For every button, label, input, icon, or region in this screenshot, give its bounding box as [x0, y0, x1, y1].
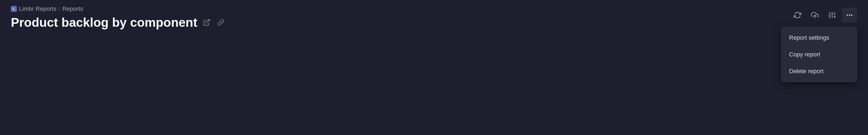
- page-title: Product backlog by component: [11, 15, 197, 30]
- header: L Limbr Reports / Reports Product backlo…: [0, 0, 868, 35]
- external-link-icon[interactable]: [202, 17, 212, 27]
- breadcrumb-org-label: Limbr Reports: [19, 5, 56, 12]
- link-icon[interactable]: [216, 17, 226, 27]
- breadcrumb-separator: /: [59, 6, 60, 12]
- breadcrumb: L Limbr Reports / Reports: [11, 5, 857, 12]
- more-dots-icon: [846, 11, 854, 19]
- menu-item-copy-report[interactable]: Copy report: [781, 46, 857, 63]
- svg-point-11: [847, 14, 848, 16]
- svg-point-13: [851, 14, 852, 16]
- breadcrumb-org[interactable]: L Limbr Reports: [11, 5, 56, 12]
- svg-point-12: [849, 14, 850, 16]
- dropdown-menu: Report settings Copy report Delete repor…: [781, 27, 857, 82]
- more-button[interactable]: [842, 8, 857, 23]
- sliders-icon: [828, 11, 836, 19]
- refresh-icon: [794, 11, 801, 19]
- menu-item-delete-report[interactable]: Delete report: [781, 63, 857, 80]
- toolbar: [790, 8, 857, 23]
- upload-icon: [811, 11, 818, 19]
- menu-item-report-settings[interactable]: Report settings: [781, 30, 857, 46]
- breadcrumb-section-label: Reports: [62, 5, 83, 12]
- refresh-button[interactable]: [790, 8, 805, 23]
- page-title-row: Product backlog by component: [11, 15, 857, 30]
- settings-button[interactable]: [825, 8, 840, 23]
- breadcrumb-section[interactable]: Reports: [62, 5, 83, 12]
- svg-line-0: [206, 20, 209, 23]
- org-icon: L: [11, 6, 17, 12]
- upload-button[interactable]: [807, 8, 823, 23]
